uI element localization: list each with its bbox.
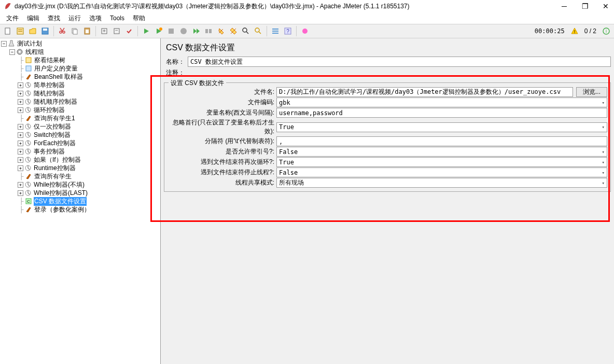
svg-text:i: i [606,29,607,34]
tree-toggle[interactable]: − [9,49,15,55]
minimize-button[interactable]: ─ [560,2,568,10]
tree-toggle[interactable]: + [18,149,23,155]
tree-item[interactable]: While控制器(不填) [33,180,85,189]
tree-item[interactable]: 事务控制器 [33,147,65,156]
search-button[interactable] [240,25,252,37]
tree-item[interactable]: 随机顺序控制器 [33,97,78,106]
tree-item[interactable]: 查询所有学生 [34,172,72,181]
tree-toggle[interactable]: + [18,182,23,188]
save-button[interactable] [39,25,51,37]
tree-item[interactable]: 简单控制器 [33,81,65,90]
stop-select[interactable]: False▾ [276,167,607,177]
svg-rect-17 [205,29,208,33]
tree-root[interactable]: 测试计划 [17,39,43,48]
tree-toggle[interactable]: − [1,41,7,47]
new-button[interactable] [2,25,13,37]
svg-rect-33 [26,66,31,71]
encoding-select[interactable]: gbk▾ [276,97,607,107]
paste-button[interactable] [81,25,93,37]
svg-rect-23 [272,33,278,34]
svg-rect-9 [86,30,89,33]
tree-item[interactable]: CSV 数据文件设置 [34,197,87,206]
help-button[interactable]: ? [282,25,294,37]
recycle-select[interactable]: True▾ [276,157,607,167]
tree-toggle[interactable]: + [18,190,23,196]
tree-item[interactable]: 查询所有学生1 [34,114,76,123]
remote-start-button[interactable] [190,25,202,37]
svg-rect-2 [18,30,22,30]
start-noTimer-button[interactable] [153,25,164,37]
tree-item[interactable]: 察看结果树 [34,56,66,65]
tree-item[interactable]: While控制器(LAST) [33,189,88,198]
toolbar: + − ? 00:00:25 ! 0 / 2 i [0,24,614,38]
tree-toggle[interactable]: + [18,132,23,138]
delimiter-input[interactable] [276,136,607,146]
cut-button[interactable] [57,25,68,37]
svg-point-20 [255,28,259,32]
jmeter-icon [4,3,11,10]
sharing-select[interactable]: 所有现场▾ [276,178,607,188]
tree-toggle[interactable]: + [18,82,23,88]
open-button[interactable] [27,25,38,37]
varnames-input[interactable] [276,108,607,118]
tree-toggle[interactable]: + [18,165,23,171]
heap-dump-button[interactable] [299,25,311,37]
name-input[interactable] [188,57,611,67]
close-button[interactable]: ✕ [602,2,610,10]
tree-item[interactable]: 循环控制器 [33,106,65,115]
templates-button[interactable] [15,25,26,37]
shutdown-button[interactable] [178,25,189,37]
config-panel: CSV 数据文件设置 名称： 注释： 设置 CSV 数据文件 文件名: 浏览..… [161,38,614,364]
tree-toggle[interactable]: + [18,107,23,113]
quoted-select[interactable]: False▾ [276,147,607,157]
panel-title: CSV 数据文件设置 [164,40,611,57]
tree-item[interactable]: Switch控制器 [33,131,71,139]
maximize-button[interactable]: ❐ [581,2,589,10]
tree-item[interactable]: Runtime控制器 [33,164,76,173]
menu-options[interactable]: 选项 [86,13,105,24]
stop-button[interactable] [165,25,177,37]
copy-button[interactable] [69,25,80,37]
menu-edit[interactable]: 编辑 [24,13,43,24]
toggle-button[interactable] [123,25,135,37]
menu-tools[interactable]: Tools [107,13,128,23]
info-icon[interactable]: i [601,25,612,37]
svg-text:?: ? [286,29,289,34]
browse-button[interactable]: 浏览... [576,87,607,97]
tree-item[interactable]: 如果（If）控制器 [33,156,81,164]
remote-stop-button[interactable] [203,25,214,37]
svg-point-14 [159,27,162,31]
test-plan-tree[interactable]: − 测试计划 − 线程组 ├察看结果树├用户定义的变量├BeanShell 取样… [0,38,161,364]
menu-run[interactable]: 运行 [65,13,84,24]
tree-toggle[interactable]: + [18,141,23,146]
ignorefirst-select[interactable]: True▾ [276,122,607,132]
start-button[interactable] [141,25,152,37]
tree-toggle[interactable]: + [18,124,23,130]
menu-search[interactable]: 查找 [45,13,63,24]
tree-item[interactable]: ForEach控制器 [33,139,76,148]
menu-file[interactable]: 文件 [3,13,22,24]
tree-threadgroup[interactable]: 线程组 [25,48,45,57]
reset-search-button[interactable] [253,25,264,37]
menu-help[interactable]: 帮助 [130,13,148,24]
svg-rect-32 [26,58,31,63]
function-helper-button[interactable] [270,25,281,37]
tree-item[interactable]: 仅一次控制器 [33,122,72,131]
ignorefirst-label: 忽略首行(只在设置了变量名称后才生效): [168,118,276,136]
title-bar: day03作业.jmx (D:\我的工作\自动化测试学习\课程视频\day03（… [0,0,614,12]
clear-button[interactable] [215,25,227,37]
tree-toggle[interactable]: + [18,99,23,105]
tree-item[interactable]: 登录（参数化案例） [34,205,91,214]
tree-item[interactable]: 随机控制器 [33,89,65,98]
tree-toggle[interactable]: + [18,91,23,96]
svg-rect-18 [209,29,212,33]
clear-all-button[interactable] [228,25,239,37]
warning-icon[interactable]: ! [569,25,580,37]
expand-button[interactable]: + [99,25,110,37]
tree-item[interactable]: BeanShell 取样器 [34,73,83,81]
filename-input[interactable] [276,87,573,97]
collapse-button[interactable]: − [111,25,122,37]
tree-item[interactable]: 用户定义的变量 [34,64,78,73]
tree-toggle[interactable]: + [18,157,23,163]
elapsed-time: 00:00:25 [532,27,568,35]
